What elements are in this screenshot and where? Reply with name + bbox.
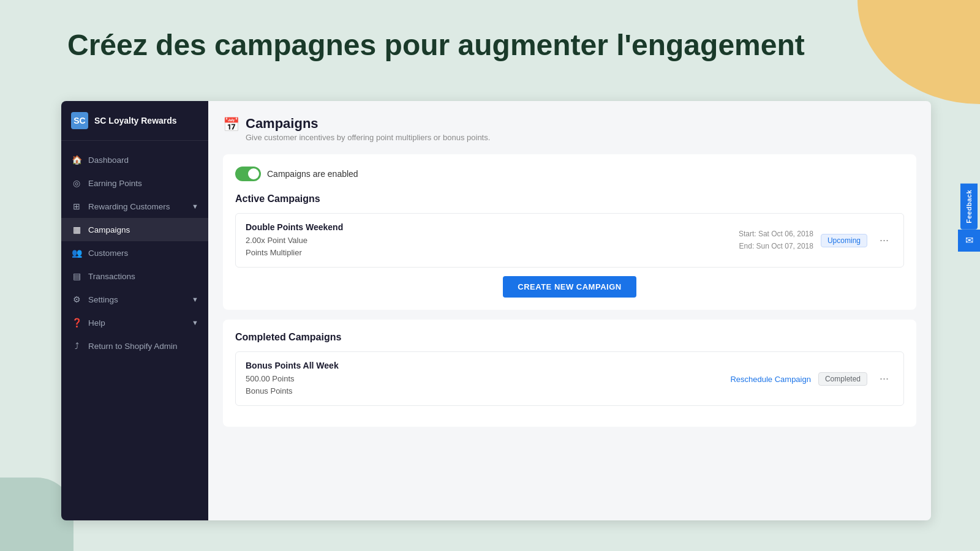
sidebar-item-label: Return to Shopify Admin — [88, 342, 178, 351]
page-title: Campaigns — [246, 116, 490, 132]
campaign-end-date: End: Sun Oct 07, 2018 — [739, 241, 813, 252]
sidebar-item-label: Transactions — [88, 272, 135, 281]
table-row: Bonus Points All Week 500.00 Points Bonu… — [235, 351, 904, 406]
feedback-tab-wrapper: Feedback ✉ — [958, 184, 980, 252]
settings-icon: ⚙ — [71, 294, 82, 305]
feedback-icon-box[interactable]: ✉ — [958, 230, 980, 252]
campaign-name: Bonus Points All Week — [246, 361, 339, 370]
campaign-detail1: 2.00x Point Value — [246, 234, 343, 247]
reschedule-campaign-link[interactable]: Reschedule Campaign — [730, 375, 811, 384]
sidebar: SC SC Loyalty Rewards 🏠 Dashboard ◎ Earn… — [61, 101, 208, 520]
active-campaigns-title: Active Campaigns — [235, 193, 904, 204]
page-subtitle: Give customer incentives by offering poi… — [246, 133, 490, 142]
sidebar-item-help[interactable]: ❓ Help ▼ — [61, 311, 208, 334]
sidebar-item-return-shopify[interactable]: ⤴ Return to Shopify Admin — [61, 334, 208, 358]
toggle-label: Campaigns are enabled — [267, 169, 358, 179]
feedback-button[interactable]: Feedback — [960, 184, 978, 230]
more-options-button[interactable]: ··· — [875, 370, 894, 388]
sidebar-item-label: Help — [88, 318, 105, 328]
transactions-icon: ▤ — [71, 271, 82, 282]
completed-campaigns-section-card: Completed Campaigns Bonus Points All Wee… — [223, 320, 916, 427]
create-campaign-button[interactable]: CREATE NEW CAMPAIGN — [503, 276, 636, 298]
status-badge: Completed — [818, 372, 867, 386]
sidebar-item-label: Dashboard — [88, 156, 129, 165]
app-name: SC Loyalty Rewards — [94, 116, 177, 126]
sidebar-item-label: Settings — [88, 295, 118, 304]
campaign-info: Double Points Weekend 2.00x Point Value … — [246, 222, 343, 258]
page-header: 📅 Campaigns Give customer incentives by … — [223, 116, 916, 142]
sidebar-item-transactions[interactable]: ▤ Transactions — [61, 264, 208, 288]
campaign-actions: Reschedule Campaign — [730, 373, 811, 384]
campaigns-section-card: Campaigns are enabled Active Campaigns D… — [223, 154, 916, 310]
status-badge: Upcoming — [821, 234, 867, 247]
sidebar-item-label: Customers — [88, 249, 128, 258]
app-logo: SC — [71, 112, 88, 129]
sidebar-item-campaigns[interactable]: ▦ Campaigns — [61, 218, 208, 241]
sidebar-item-dashboard[interactable]: 🏠 Dashboard — [61, 148, 208, 171]
campaigns-icon: ▦ — [71, 224, 82, 235]
more-options-button[interactable]: ··· — [875, 231, 894, 249]
sidebar-item-rewarding-customers[interactable]: ⊞ Rewarding Customers ▼ — [61, 195, 208, 218]
help-icon: ❓ — [71, 317, 82, 328]
sidebar-item-label: Campaigns — [88, 225, 130, 234]
feedback-icon: ✉ — [965, 234, 973, 246]
campaign-detail1: 500.00 Points — [246, 373, 339, 385]
hero-title: Créez des campagnes pour augmenter l'eng… — [67, 28, 827, 63]
earning-points-icon: ◎ — [71, 178, 82, 189]
rewarding-icon: ⊞ — [71, 201, 82, 212]
sidebar-item-earning-points[interactable]: ◎ Earning Points — [61, 171, 208, 195]
customers-icon: 👥 — [71, 247, 82, 258]
campaign-name: Double Points Weekend — [246, 222, 343, 232]
sidebar-item-label: Rewarding Customers — [88, 202, 170, 211]
campaign-detail2: Bonus Points — [246, 385, 339, 397]
campaign-info: Bonus Points All Week 500.00 Points Bonu… — [246, 361, 339, 397]
sidebar-nav: 🏠 Dashboard ◎ Earning Points ⊞ Rewarding… — [61, 141, 208, 520]
campaign-meta: Start: Sat Oct 06, 2018 End: Sun Oct 07,… — [739, 228, 894, 252]
app-container: SC SC Loyalty Rewards 🏠 Dashboard ◎ Earn… — [61, 101, 931, 520]
page-header-text: Campaigns Give customer incentives by of… — [246, 116, 490, 142]
sidebar-item-settings[interactable]: ⚙ Settings ▼ — [61, 288, 208, 311]
campaign-meta: Reschedule Campaign Completed ··· — [730, 370, 894, 388]
campaigns-toggle[interactable] — [235, 167, 261, 181]
toggle-row: Campaigns are enabled — [235, 167, 904, 181]
chevron-down-icon: ▼ — [192, 319, 198, 326]
return-icon: ⤴ — [71, 340, 82, 351]
table-row: Double Points Weekend 2.00x Point Value … — [235, 213, 904, 268]
main-content: 📅 Campaigns Give customer incentives by … — [208, 101, 931, 520]
chevron-down-icon: ▼ — [192, 203, 198, 210]
create-campaign-wrapper: CREATE NEW CAMPAIGN — [235, 276, 904, 298]
campaign-dates: Start: Sat Oct 06, 2018 End: Sun Oct 07,… — [739, 228, 813, 252]
chevron-down-icon: ▼ — [192, 296, 198, 303]
campaign-start-date: Start: Sat Oct 06, 2018 — [739, 228, 813, 240]
dashboard-icon: 🏠 — [71, 154, 82, 165]
corner-decoration — [858, 0, 980, 104]
completed-campaigns-title: Completed Campaigns — [235, 332, 904, 343]
campaign-detail2: Points Multiplier — [246, 247, 343, 259]
campaigns-page-icon: 📅 — [223, 117, 239, 133]
sidebar-item-label: Earning Points — [88, 179, 142, 188]
sidebar-item-customers[interactable]: 👥 Customers — [61, 241, 208, 264]
sidebar-header: SC SC Loyalty Rewards — [61, 101, 208, 141]
